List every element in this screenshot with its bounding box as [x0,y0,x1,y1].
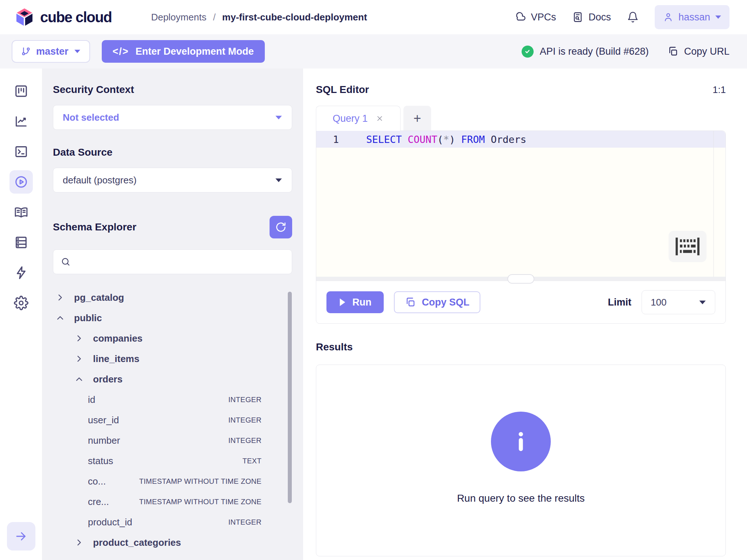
chevron-up-icon [55,313,66,323]
code-editor[interactable]: 1 SELECT COUNT(*) FROM Orders [316,131,725,277]
bell-icon [627,11,639,23]
column-type: TIMESTAMP WITHOUT TIME ZONE [139,477,262,486]
expand-sidebar-button[interactable] [7,522,35,551]
docs-link[interactable]: Docs [572,11,611,23]
tree-column-user-id[interactable]: user_id INTEGER [53,410,292,430]
column-type: INTEGER [228,416,262,424]
chevron-right-icon [74,333,85,343]
column-type: TEXT [243,457,262,465]
copy-sql-label: Copy SQL [422,297,469,308]
gear-icon [14,296,28,310]
schema-explorer-heading: Schema Explorer [53,221,136,233]
security-context-value: Not selected [63,112,119,123]
deployment-toolbar: master </> Enter Development Mode API is… [0,34,747,69]
tree-item-companies[interactable]: companies [53,328,292,349]
keyboard-shortcuts-button[interactable] [669,231,707,262]
line-chart-icon [14,114,28,129]
tree-item-pg-catalog[interactable]: pg_catalog [53,287,292,308]
copy-icon [405,297,416,308]
user-icon [663,12,674,23]
limit-select[interactable]: 100 [642,290,715,314]
column-type: INTEGER [228,518,262,526]
tree-scrollbar[interactable] [288,292,292,503]
new-query-tab-button[interactable]: + [403,106,431,131]
tree-label: pg_catalog [74,292,124,303]
info-icon [491,412,551,471]
user-name: hassan [678,12,710,23]
document-search-icon [572,11,584,23]
sidebar-item-settings[interactable] [9,291,33,315]
tree-item-orders[interactable]: orders [53,369,292,389]
user-menu[interactable]: hassan [655,5,729,29]
sidebar-item-data-model[interactable] [9,201,33,224]
sidebar-item-monitoring[interactable] [9,110,33,133]
logo-wordmark: cube cloud [40,9,112,26]
docs-label: Docs [588,12,611,23]
chevron-down-icon [715,15,721,19]
play-circle-icon [14,175,28,189]
tree-column-completed-at[interactable]: co... TIMESTAMP WITHOUT TIME ZONE [53,471,292,491]
breadcrumb-deployments[interactable]: Deployments [151,12,206,23]
column-name: product_id [88,517,132,528]
tree-item-product-categories[interactable]: product_categories [53,532,292,553]
editor-scrollbar[interactable] [713,131,725,277]
sidebar-item-performance[interactable] [9,261,33,284]
git-branch-icon [21,47,31,56]
refresh-icon [275,221,287,233]
cloud-icon [514,11,526,23]
branch-selector[interactable]: master [12,40,90,63]
tree-column-product-id[interactable]: product_id INTEGER [53,512,292,532]
tree-column-status[interactable]: status TEXT [53,451,292,471]
editor-footer: Run Copy SQL Limit 100 [316,281,725,323]
tree-label: public [74,312,102,324]
copy-url-button[interactable]: Copy URL [667,46,729,57]
notifications-button[interactable] [627,11,639,23]
sidebar-item-playground[interactable] [9,170,33,194]
resize-handle[interactable] [507,274,534,284]
run-label: Run [352,297,371,308]
chevron-down-icon [275,178,282,183]
terminal-icon [14,144,28,159]
vpcs-link[interactable]: VPCs [514,11,556,23]
refresh-schema-button[interactable] [270,216,292,238]
panel-resize-divider [316,277,725,281]
run-button[interactable]: Run [326,291,384,313]
cursor-position: 1:1 [713,84,726,96]
tree-item-public[interactable]: public [53,308,292,328]
sidebar-item-console[interactable] [9,140,33,163]
tree-column-created-at[interactable]: cre... TIMESTAMP WITHOUT TIME ZONE [53,491,292,512]
sql-editor-heading: SQL Editor [316,84,369,96]
icon-rail [0,69,42,560]
copy-sql-button[interactable]: Copy SQL [394,291,480,313]
cube-cloud-logo[interactable]: cube cloud [15,7,112,27]
security-context-select[interactable]: Not selected [53,105,292,130]
chevron-up-icon [74,374,85,384]
database-server-icon [14,235,28,250]
close-icon[interactable] [376,114,384,122]
tree-column-id[interactable]: id INTEGER [53,389,292,410]
column-name: cre... [88,496,109,508]
column-name: status [88,455,113,467]
tree-item-line-items[interactable]: line_items [53,349,292,369]
code-text: SELECT COUNT(*) FROM Orders [351,134,526,145]
breadcrumb-separator: / [213,12,216,23]
search-icon [61,257,71,267]
enter-development-mode-button[interactable]: </> Enter Development Mode [102,40,265,63]
copy-url-label: Copy URL [684,46,729,57]
data-source-select[interactable]: default (postgres) [53,168,292,192]
limit-value: 100 [651,297,666,308]
schema-search[interactable] [53,249,292,274]
vpcs-label: VPCs [531,12,556,23]
sidebar-item-pre-aggregations[interactable] [9,231,33,254]
dev-mode-label: Enter Development Mode [136,46,254,57]
tab-query-1[interactable]: Query 1 [316,106,400,131]
code-line-1: 1 SELECT COUNT(*) FROM Orders [316,131,725,148]
query-tabs: Query 1 + [316,106,726,131]
branch-name: master [36,46,69,57]
search-input[interactable] [76,256,285,268]
chevron-right-icon [74,537,85,548]
tree-column-number[interactable]: number INTEGER [53,430,292,451]
sidebar-item-overview[interactable] [9,79,33,103]
data-source-heading: Data Source [53,147,292,158]
security-context-heading: Security Context [53,84,292,96]
